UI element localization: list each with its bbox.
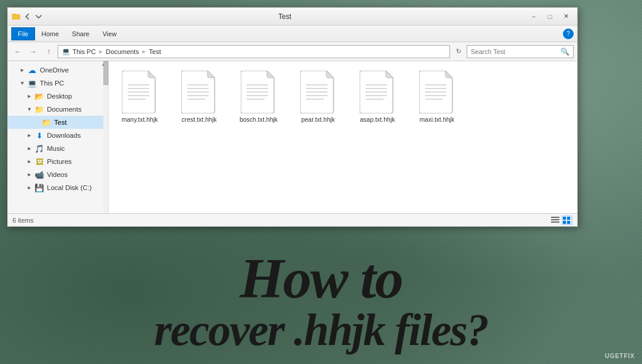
file-icon-2 — [241, 71, 276, 113]
search-icon: 🔍 — [561, 48, 569, 56]
window-controls: − □ ✕ — [526, 11, 574, 23]
file-name-4: asap.txt.hhjk — [360, 116, 395, 124]
sidebar-item-videos[interactable]: ► 📹 Videos — [8, 168, 108, 181]
back-button[interactable]: ← — [11, 45, 24, 58]
sidebar-label-downloads: Downloads — [47, 132, 81, 139]
sidebar-item-downloads[interactable]: ► ⬇ Downloads — [8, 129, 108, 142]
breadcrumb-arrow2: ► — [141, 49, 147, 55]
sidebar-label-test: Test — [54, 119, 67, 126]
svg-rect-33 — [551, 219, 559, 220]
sidebar: ▲ ► ☁ OneDrive ▼ 💻 This PC ► 📂 Desktop — [8, 61, 109, 213]
window-title: Test — [46, 12, 524, 21]
overlay-line1: How to — [0, 250, 642, 307]
breadcrumb-documents: Documents — [106, 48, 139, 55]
file-item-5[interactable]: maxi.txt.hhjk — [413, 68, 461, 126]
svg-rect-38 — [567, 221, 570, 224]
breadcrumb-arrow1: ► — [98, 49, 103, 55]
status-text: 6 items — [12, 217, 33, 224]
svg-rect-37 — [563, 221, 566, 224]
expand-arrow-documents: ▼ — [27, 106, 33, 112]
desktop-icon: 📂 — [34, 91, 44, 101]
tab-file[interactable]: File — [11, 27, 35, 40]
expand-arrow-thispc: ▼ — [20, 80, 26, 86]
help-button[interactable]: ? — [563, 29, 574, 39]
expand-arrow-music: ► — [27, 145, 33, 151]
nav-bar: ← → ↑ 💻 This PC ► Documents ► Test ↻ 🔍 — [8, 42, 577, 61]
test-folder-icon: 📁 — [42, 118, 51, 127]
breadcrumb-test: Test — [149, 48, 161, 55]
tab-view[interactable]: View — [96, 27, 123, 40]
search-input[interactable] — [471, 48, 558, 55]
expand-arrow-pictures: ► — [27, 159, 33, 164]
address-crumb-thispc: 💻 — [62, 48, 70, 55]
down-quick-icon — [34, 12, 43, 21]
forward-button[interactable]: → — [27, 45, 40, 58]
watermark: UGETFIX — [605, 353, 635, 359]
sidebar-item-onedrive[interactable]: ► ☁ OneDrive — [8, 64, 108, 77]
sidebar-item-test[interactable]: 📁 Test — [8, 116, 108, 129]
sidebar-item-desktop[interactable]: ► 📂 Desktop — [8, 90, 108, 103]
view-buttons — [550, 216, 572, 225]
file-item-4[interactable]: asap.txt.hhjk — [354, 68, 401, 126]
file-item-1[interactable]: crest.txt.hhjk — [175, 68, 223, 126]
large-icons-view-button[interactable] — [562, 216, 572, 225]
explorer-window: Test − □ ✕ File Home Share View ? ← → ↑ … — [7, 7, 578, 227]
downloads-icon: ⬇ — [34, 131, 44, 140]
sidebar-label-music: Music — [47, 145, 65, 152]
maximize-button[interactable]: □ — [542, 11, 558, 23]
expand-arrow-videos: ► — [27, 172, 33, 178]
file-pane: many.txt.hhjk crest.txt.hhjk — [109, 61, 577, 213]
tab-share[interactable]: Share — [65, 27, 96, 40]
file-name-1: crest.txt.hhjk — [182, 116, 217, 124]
file-icon-5 — [419, 71, 455, 113]
title-bar-icons — [11, 12, 43, 21]
music-icon: 🎵 — [34, 144, 44, 153]
sidebar-item-pictures[interactable]: ► 🖼 Pictures — [8, 155, 108, 168]
back-quick-icon — [23, 12, 32, 21]
videos-icon: 📹 — [34, 170, 44, 179]
localdisk-icon: 💾 — [34, 183, 44, 192]
file-name-5: maxi.txt.hhjk — [420, 116, 454, 124]
file-name-2: bosch.txt.hhjk — [240, 116, 278, 124]
sidebar-scrollbar[interactable] — [103, 61, 108, 213]
sidebar-item-music[interactable]: ► 🎵 Music — [8, 142, 108, 155]
scrollbar-thumb[interactable] — [103, 61, 108, 85]
file-item-0[interactable]: many.txt.hhjk — [116, 68, 163, 126]
up-button[interactable]: ↑ — [42, 45, 55, 58]
file-icon-4 — [360, 71, 395, 113]
expand-arrow-desktop: ► — [27, 93, 33, 99]
title-bar: Test − □ ✕ — [8, 8, 577, 26]
ribbon: File Home Share View ? — [8, 26, 577, 42]
sidebar-label-localdisk: Local Disk (C:) — [47, 184, 92, 191]
sidebar-label-onedrive: OneDrive — [40, 67, 69, 74]
close-button[interactable]: ✕ — [558, 11, 574, 23]
file-icon-0 — [122, 71, 158, 113]
file-item-3[interactable]: pear.txt.hhjk — [294, 68, 342, 126]
thispc-icon: 💻 — [27, 78, 37, 88]
sidebar-label-documents: Documents — [47, 106, 81, 113]
status-bar: 6 items — [8, 213, 577, 226]
sidebar-label-pictures: Pictures — [47, 158, 72, 165]
file-icon-1 — [181, 71, 217, 113]
minimize-button[interactable]: − — [526, 11, 542, 23]
content-area: ▲ ► ☁ OneDrive ▼ 💻 This PC ► 📂 Desktop — [8, 61, 577, 213]
refresh-button[interactable]: ↻ — [452, 46, 464, 58]
sidebar-item-localdisk[interactable]: ► 💾 Local Disk (C:) — [8, 181, 108, 194]
address-bar[interactable]: 💻 This PC ► Documents ► Test — [58, 45, 450, 58]
file-icon-3 — [300, 71, 336, 113]
expand-arrow-downloads: ► — [27, 132, 33, 138]
details-view-button[interactable] — [550, 216, 561, 225]
file-item-2[interactable]: bosch.txt.hhjk — [235, 68, 282, 126]
svg-rect-36 — [567, 217, 570, 220]
overlay-text: How to recover .hhjk files? — [0, 250, 642, 352]
tab-home[interactable]: Home — [35, 27, 65, 40]
search-box[interactable]: 🔍 — [467, 45, 574, 58]
sidebar-label-thispc: This PC — [40, 80, 64, 87]
sidebar-label-videos: Videos — [47, 171, 68, 178]
svg-rect-35 — [563, 217, 566, 220]
sidebar-item-documents[interactable]: ▼ 📁 Documents — [8, 103, 108, 116]
pictures-icon: 🖼 — [34, 157, 44, 166]
overlay-line2: recover .hhjk files? — [0, 307, 642, 352]
sidebar-item-thispc[interactable]: ▼ 💻 This PC — [8, 77, 108, 90]
svg-rect-32 — [551, 217, 559, 218]
